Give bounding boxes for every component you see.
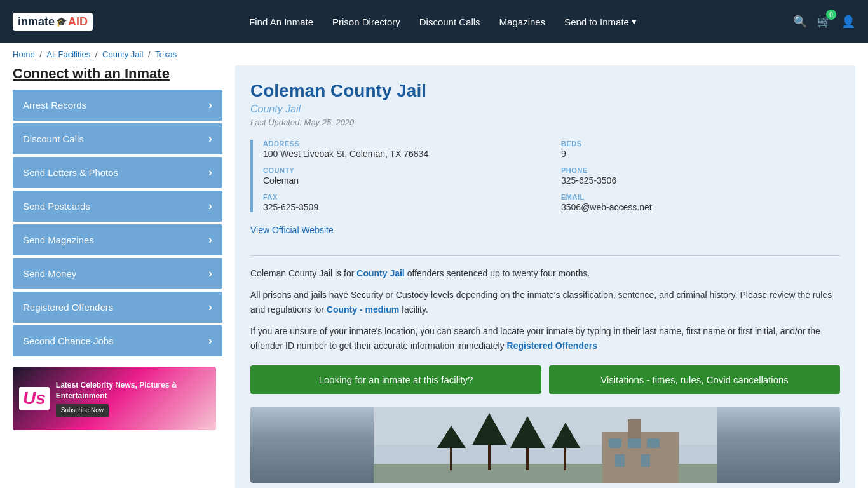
breadcrumb-home[interactable]: Home [13, 50, 35, 59]
fax-block: FAX 325-625-3509 [263, 193, 542, 212]
header-icons: 🔍 🛒 0 👤 [793, 15, 855, 29]
ad-text: Latest Celebrity News, Pictures & Entert… [56, 380, 210, 417]
search-icon[interactable]: 🔍 [793, 15, 807, 29]
facility-image [250, 407, 840, 483]
facility-last-updated: Last Updated: May 25, 2020 [250, 118, 840, 127]
sidebar-title: Connect with an Inmate [13, 65, 222, 82]
svg-rect-8 [615, 454, 625, 467]
desc-paragraph-2: All prisons and jails have Security or C… [250, 288, 840, 316]
chevron-right-icon: › [208, 132, 212, 146]
beds-block: BEDS 9 [561, 140, 840, 159]
sidebar-item-discount-calls[interactable]: Discount Calls › [13, 123, 222, 154]
svg-rect-6 [628, 438, 641, 448]
breadcrumb-sep1: / [39, 50, 44, 59]
nav-find-inmate[interactable]: Find An Inmate [249, 17, 313, 27]
sidebar-item-registered-offenders[interactable]: Registered Offenders › [13, 292, 222, 323]
phone-value: 325-625-3506 [561, 175, 840, 186]
county-jail-link[interactable]: County Jail [356, 268, 404, 278]
chevron-right-icon: › [208, 166, 212, 179]
svg-rect-4 [628, 419, 641, 438]
facility-title: Coleman County Jail [250, 81, 840, 101]
chevron-down-icon: ▾ [632, 16, 637, 27]
fax-value: 325-625-3509 [263, 202, 542, 212]
county-value: Coleman [263, 175, 542, 186]
breadcrumb-sep3: / [148, 50, 153, 59]
email-label: EMAIL [561, 193, 840, 201]
desc-paragraph-3: If you are unsure of your inmate's locat… [250, 324, 840, 353]
chevron-right-icon: › [208, 233, 212, 247]
ad-logo: Us [19, 387, 50, 410]
phone-block: PHONE 325-625-3506 [561, 166, 840, 186]
county-label: COUNTY [263, 166, 542, 174]
logo-hat-icon: 🎓 [56, 17, 67, 27]
email-value: 3506@web-access.net [561, 202, 840, 212]
chevron-right-icon: › [208, 301, 212, 314]
svg-rect-7 [647, 438, 660, 448]
sidebar-item-send-letters[interactable]: Send Letters & Photos › [13, 157, 222, 188]
main-container: Connect with an Inmate Arrest Records › … [0, 65, 868, 488]
facility-photo-svg [250, 407, 840, 483]
looking-for-inmate-button[interactable]: Looking for an inmate at this facility? [250, 365, 541, 394]
chevron-right-icon: › [208, 334, 212, 348]
svg-rect-16 [450, 445, 452, 470]
action-buttons: Looking for an inmate at this facility? … [250, 365, 840, 394]
county-block: COUNTY Coleman [263, 166, 542, 186]
sidebar-item-send-magazines[interactable]: Send Magazines › [13, 224, 222, 255]
logo-inmate-text: inmate [18, 15, 55, 29]
breadcrumb: Home / All Facilities / County Jail / Te… [0, 43, 868, 65]
facility-subtitle: County Jail [250, 104, 840, 115]
ad-title: Latest Celebrity News, Pictures & Entert… [56, 380, 210, 402]
county-medium-link[interactable]: County - medium [327, 304, 399, 315]
facility-info-grid: ADDRESS 100 West Liveoak St, Coleman, TX… [250, 140, 840, 212]
desc-paragraph-1: Coleman County Jail is for County Jail o… [250, 266, 840, 280]
cart-icon[interactable]: 🛒 0 [817, 15, 831, 29]
sidebar-menu: Arrest Records › Discount Calls › Send L… [13, 90, 222, 356]
logo-area: inmate 🎓 AID [13, 13, 93, 31]
logo-aid-text: AID [68, 15, 88, 29]
email-block: EMAIL 3506@web-access.net [561, 193, 840, 212]
phone-label: PHONE [561, 166, 840, 174]
sidebar-item-send-postcards[interactable]: Send Postcards › [13, 191, 222, 222]
header: inmate 🎓 AID Find An Inmate Prison Direc… [0, 0, 868, 43]
nav-send-to-inmate[interactable]: Send to Inmate ▾ [564, 16, 637, 27]
breadcrumb-texas[interactable]: Texas [155, 50, 177, 59]
beds-label: BEDS [561, 140, 840, 147]
breadcrumb-sep2: / [95, 50, 100, 59]
chevron-right-icon: › [208, 200, 212, 213]
svg-rect-5 [609, 438, 621, 448]
beds-value: 9 [561, 149, 840, 159]
svg-rect-14 [564, 445, 566, 470]
nav-magazines[interactable]: Magazines [499, 17, 546, 27]
sidebar-item-second-chance-jobs[interactable]: Second Chance Jobs › [13, 325, 222, 356]
sidebar-item-arrest-records[interactable]: Arrest Records › [13, 90, 222, 121]
divider [250, 255, 840, 256]
address-label: ADDRESS [263, 140, 542, 147]
nav-discount-calls[interactable]: Discount Calls [419, 17, 480, 27]
logo[interactable]: inmate 🎓 AID [13, 13, 93, 31]
main-content: Coleman County Jail County Jail Last Upd… [235, 65, 855, 488]
address-value: 100 West Liveoak St, Coleman, TX 76834 [263, 149, 542, 159]
address-block: ADDRESS 100 West Liveoak St, Coleman, TX… [263, 140, 542, 159]
visitations-button[interactable]: Visitations - times, rules, Covid cancel… [549, 365, 840, 394]
main-nav: Find An Inmate Prison Directory Discount… [249, 16, 637, 27]
registered-offenders-link[interactable]: Registered Offenders [507, 341, 597, 351]
breadcrumb-county-jail[interactable]: County Jail [102, 50, 143, 59]
user-icon[interactable]: 👤 [841, 15, 855, 29]
ad-subscribe-button[interactable]: Subscribe Now [56, 404, 109, 417]
sidebar: Connect with an Inmate Arrest Records › … [13, 65, 222, 488]
chevron-right-icon: › [208, 98, 212, 112]
sidebar-item-send-money[interactable]: Send Money › [13, 258, 222, 289]
breadcrumb-all-facilities[interactable]: All Facilities [47, 50, 91, 59]
fax-label: FAX [263, 193, 542, 201]
nav-prison-directory[interactable]: Prison Directory [332, 17, 400, 27]
sidebar-advertisement[interactable]: Us Latest Celebrity News, Pictures & Ent… [13, 367, 216, 430]
facility-description: Coleman County Jail is for County Jail o… [250, 266, 840, 353]
svg-rect-9 [641, 454, 650, 467]
chevron-right-icon: › [208, 267, 212, 280]
cart-badge: 0 [826, 10, 836, 20]
official-website-link[interactable]: View Official Website [250, 225, 334, 235]
